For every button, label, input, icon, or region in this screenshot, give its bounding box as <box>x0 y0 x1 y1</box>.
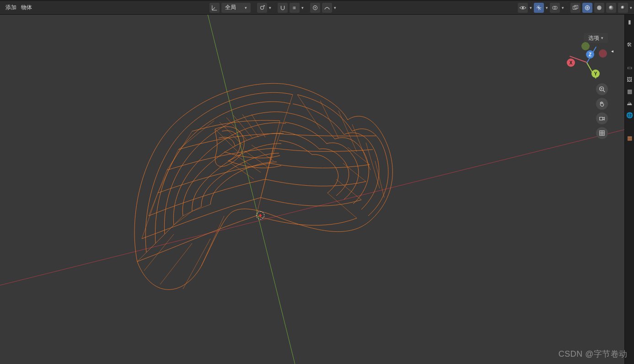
overlays-chevron[interactable]: ▾ <box>562 5 564 10</box>
prop-tab-view-icon[interactable]: ▦ <box>626 88 633 95</box>
svg-line-47 <box>233 115 253 138</box>
svg-line-25 <box>178 121 214 150</box>
svg-line-52 <box>245 151 268 167</box>
gizmo-axis-neg-y[interactable] <box>581 42 590 50</box>
svg-rect-59 <box>600 131 605 136</box>
3d-viewport[interactable]: 选项▾ ◂ X Y Z <box>0 15 624 364</box>
svg-point-0 <box>261 6 264 9</box>
svg-line-26 <box>256 148 274 216</box>
svg-line-53 <box>252 145 274 161</box>
zoom-button[interactable] <box>596 83 608 95</box>
svg-line-42 <box>160 243 192 284</box>
wireframe-mesh <box>0 15 624 364</box>
svg-line-23 <box>158 150 178 193</box>
prop-tab-texture-icon[interactable]: ▦ <box>626 134 633 142</box>
pivot-chevron[interactable]: ▾ <box>269 5 271 10</box>
visibility-eye-icon[interactable] <box>518 3 528 13</box>
xray-toggle[interactable] <box>570 3 580 13</box>
svg-line-35 <box>375 161 384 198</box>
proportional-chevron[interactable]: ▾ <box>334 5 336 10</box>
svg-line-49 <box>252 114 265 137</box>
svg-line-44 <box>215 129 238 152</box>
svg-line-38 <box>343 163 366 182</box>
shading-solid[interactable] <box>594 3 604 13</box>
panel-collapse-caret[interactable]: ◂ <box>611 48 613 54</box>
perspective-toggle-button[interactable] <box>596 127 608 139</box>
svg-line-50 <box>231 163 254 179</box>
watermark-text: CSDN @字节卷动 <box>559 348 628 359</box>
svg-point-4 <box>315 7 316 8</box>
pivot-point-dropdown[interactable] <box>257 3 267 13</box>
viewport-options-dropdown[interactable]: 选项▾ <box>584 33 608 43</box>
svg-line-45 <box>220 122 242 145</box>
shading-rendered[interactable] <box>618 3 628 13</box>
visibility-chevron[interactable]: ▾ <box>530 5 532 10</box>
navigation-gizmo[interactable]: X Y Z <box>569 44 605 80</box>
gizmo-axis-y[interactable]: Y <box>591 70 600 78</box>
pan-button[interactable] <box>596 98 608 110</box>
svg-line-43 <box>144 234 174 271</box>
snap-toggle[interactable] <box>278 3 288 13</box>
svg-line-17 <box>174 211 192 225</box>
app-root: 添加 物体 全局▾ ▾ ⊞ ▾ ▾ <box>0 0 634 364</box>
proportional-falloff-dropdown[interactable] <box>322 3 332 13</box>
svg-line-41 <box>183 239 210 289</box>
shading-wireframe[interactable] <box>582 3 592 13</box>
3d-cursor <box>255 210 265 220</box>
svg-line-40 <box>201 216 224 266</box>
svg-line-51 <box>238 156 261 172</box>
prop-tab-render-icon[interactable]: ▭ <box>626 64 633 71</box>
shading-material[interactable] <box>606 3 616 13</box>
svg-point-5 <box>522 7 524 9</box>
gizmo-axis-neg-x[interactable] <box>599 49 607 58</box>
svg-rect-58 <box>600 117 603 120</box>
prop-tab-active[interactable]: ▮ <box>626 18 633 26</box>
proportional-edit-toggle[interactable] <box>310 3 320 13</box>
svg-point-1 <box>263 5 265 6</box>
svg-line-20 <box>137 243 156 262</box>
menu-add[interactable]: 添加 <box>5 4 16 11</box>
transform-orientation-dropdown[interactable]: 全局▾ <box>221 3 251 13</box>
viewport-header: 添加 物体 全局▾ ▾ ⊞ ▾ ▾ <box>0 1 634 15</box>
svg-line-31 <box>320 101 338 138</box>
show-overlays-toggle[interactable] <box>550 3 560 13</box>
prop-tab-world-icon[interactable]: 🌐 <box>626 112 633 119</box>
gizmo-axis-z[interactable]: Z <box>586 50 594 59</box>
gizmo-axis-x[interactable]: X <box>567 59 575 67</box>
svg-point-11 <box>597 5 602 10</box>
svg-line-29 <box>270 95 293 163</box>
svg-line-46 <box>226 118 247 140</box>
svg-point-13 <box>621 5 625 10</box>
camera-view-button[interactable] <box>596 112 608 124</box>
prop-tab-output-icon[interactable]: 🖼 <box>626 76 633 83</box>
svg-text:⊞: ⊞ <box>293 6 296 10</box>
header-menus-left: 添加 物体 <box>2 4 32 11</box>
svg-line-37 <box>336 179 361 200</box>
svg-line-28 <box>265 121 280 179</box>
gizmo-chevron[interactable]: ▾ <box>546 5 548 10</box>
svg-line-55 <box>603 91 605 92</box>
snap-chevron[interactable]: ▾ <box>301 5 304 10</box>
svg-line-24 <box>167 131 192 170</box>
menu-object[interactable]: 物体 <box>21 4 32 11</box>
viewport-nav-buttons <box>596 83 608 139</box>
properties-tabs-strip: ▮ 🛠 ▭ 🖼 ▦ ⛰ 🌐 ▦ <box>624 15 634 364</box>
svg-point-12 <box>609 5 613 10</box>
shading-chevron[interactable]: ▾ <box>630 5 632 10</box>
show-gizmo-toggle[interactable] <box>534 3 544 13</box>
prop-tab-tool-icon[interactable]: 🛠 <box>626 41 633 48</box>
prop-tab-scene-icon[interactable]: ⛰ <box>626 100 633 107</box>
snap-to-dropdown[interactable]: ⊞ <box>290 3 300 13</box>
transform-orientation-icon[interactable] <box>210 3 220 13</box>
